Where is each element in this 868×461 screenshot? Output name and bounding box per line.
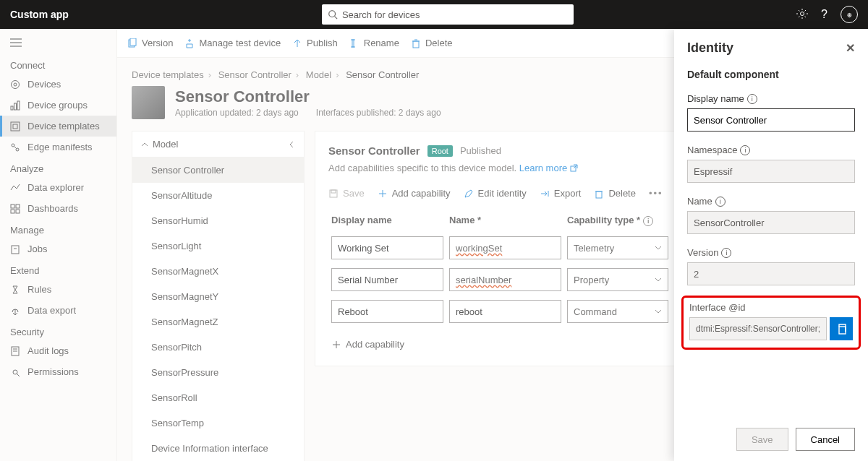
svg-point-13 bbox=[12, 144, 14, 147]
mtree-item[interactable]: SensorHumid bbox=[132, 208, 304, 233]
chevron-down-icon bbox=[655, 308, 662, 315]
template-thumbnail bbox=[132, 86, 165, 119]
mtree-item[interactable]: SensorAltitude bbox=[132, 183, 304, 208]
nav-section-analyze: Analyze bbox=[0, 158, 116, 177]
hamburger-icon[interactable] bbox=[0, 33, 116, 54]
version-button[interactable]: Version bbox=[127, 38, 173, 48]
publish-button[interactable]: Publish bbox=[292, 38, 338, 48]
delete-capability-button[interactable]: Delete bbox=[594, 188, 636, 199]
page-title: Sensor Controller bbox=[175, 87, 459, 106]
detail-title: Sensor Controller bbox=[328, 145, 420, 157]
rename-button[interactable]: Rename bbox=[349, 38, 399, 48]
mtree-item[interactable]: SensorLight bbox=[132, 233, 304, 259]
learn-more-link[interactable]: Learn more bbox=[519, 163, 578, 173]
published-status: Published bbox=[460, 145, 501, 156]
col-display-name: Display name bbox=[331, 215, 443, 226]
svg-rect-17 bbox=[16, 204, 20, 208]
nav-item-jobs[interactable]: Jobs bbox=[0, 238, 116, 259]
info-icon[interactable]: i bbox=[643, 216, 653, 226]
chevron-left-icon bbox=[288, 141, 295, 148]
svg-rect-12 bbox=[13, 124, 17, 129]
display-name-input[interactable] bbox=[331, 268, 443, 291]
svg-rect-19 bbox=[16, 210, 20, 213]
help-icon[interactable]: ? bbox=[821, 8, 827, 21]
app-name: Custom app bbox=[10, 9, 69, 20]
cancel-button[interactable]: Cancel bbox=[796, 428, 855, 451]
nav-section-manage: Manage bbox=[0, 219, 116, 238]
close-icon[interactable]: ✕ bbox=[846, 41, 855, 55]
svg-rect-10 bbox=[17, 101, 20, 110]
col-capability-type: Capability type *i bbox=[567, 215, 668, 226]
info-icon[interactable]: i bbox=[715, 197, 726, 207]
svg-rect-20 bbox=[12, 246, 19, 254]
mtree-item[interactable]: SensorPressure bbox=[132, 360, 304, 385]
nav-item-device-templates[interactable]: Device templates bbox=[0, 116, 116, 137]
display-name-input[interactable] bbox=[331, 236, 443, 259]
nav-item-devices[interactable]: Devices bbox=[0, 74, 116, 95]
nav-item-data-explorer[interactable]: Data explorer bbox=[0, 177, 116, 198]
info-icon[interactable]: i bbox=[721, 248, 731, 258]
save-button: Save bbox=[736, 428, 788, 451]
nav-item-rules[interactable]: Rules bbox=[0, 279, 116, 300]
copy-icon bbox=[836, 324, 847, 335]
mtree-item[interactable]: SensorRoll bbox=[132, 385, 304, 410]
mtree-item[interactable]: Device Information interface bbox=[132, 436, 304, 461]
breadcrumb-sensor-controller[interactable]: Sensor Controller bbox=[218, 69, 292, 80]
edit-identity-button[interactable]: Edit identity bbox=[464, 188, 527, 199]
manage-test-device-button[interactable]: Manage test device bbox=[184, 38, 281, 48]
mtree-item[interactable]: SensorMagnetX bbox=[132, 259, 304, 284]
chevron-up-icon bbox=[141, 141, 148, 148]
svg-rect-34 bbox=[413, 41, 419, 48]
svg-line-15 bbox=[14, 146, 17, 148]
add-capability-button[interactable]: Add capability bbox=[378, 188, 451, 199]
mtree-item[interactable]: SensorPitch bbox=[132, 335, 304, 360]
mtree-item[interactable]: SensorMagnetY bbox=[132, 284, 304, 309]
name-label: Namei bbox=[687, 196, 855, 207]
nav-section-connect: Connect bbox=[0, 54, 116, 74]
panel-subtitle: Default component bbox=[687, 69, 855, 80]
svg-point-7 bbox=[14, 83, 17, 86]
capability-type-select[interactable]: Telemetry bbox=[567, 236, 668, 259]
mtree-item[interactable]: SensorTemp bbox=[132, 410, 304, 436]
model-tree: Model Sensor Controller SensorAltitude S… bbox=[132, 131, 305, 461]
export-button[interactable]: Export bbox=[540, 188, 582, 199]
search-placeholder: Search for devices bbox=[342, 9, 420, 20]
nav-item-device-groups[interactable]: Device groups bbox=[0, 95, 116, 116]
mtree-item-sensor-controller[interactable]: Sensor Controller bbox=[132, 158, 304, 183]
version-label: Versioni bbox=[687, 247, 855, 258]
avatar[interactable]: ⎈ bbox=[841, 6, 858, 23]
capability-type-select[interactable]: Command bbox=[567, 300, 668, 323]
svg-rect-45 bbox=[596, 191, 602, 198]
top-right-icons: ? ⎈ bbox=[796, 6, 858, 23]
nav-item-audit-logs[interactable]: Audit logs bbox=[0, 340, 116, 361]
nav-item-permissions[interactable]: Permissions bbox=[0, 361, 116, 382]
nav-item-edge-manifests[interactable]: Edge manifests bbox=[0, 137, 116, 158]
breadcrumb-device-templates[interactable]: Device templates bbox=[132, 69, 204, 80]
mtree-item[interactable]: SensorMagnetZ bbox=[132, 309, 304, 335]
meta-updated: Application updated: 2 days ago bbox=[175, 108, 299, 118]
svg-rect-11 bbox=[11, 122, 20, 131]
version-field bbox=[687, 262, 855, 285]
display-name-input[interactable] bbox=[331, 300, 443, 323]
more-button[interactable]: ••• bbox=[649, 188, 663, 199]
display-name-field[interactable] bbox=[687, 108, 855, 132]
name-field bbox=[687, 211, 855, 234]
delete-button[interactable]: Delete bbox=[411, 38, 453, 48]
model-tree-header[interactable]: Model bbox=[132, 132, 304, 158]
search-input[interactable]: Search for devices bbox=[322, 4, 574, 25]
name-input[interactable]: workingSet bbox=[449, 236, 561, 259]
info-icon[interactable]: i bbox=[747, 94, 757, 104]
namespace-label: Namespacei bbox=[687, 145, 855, 155]
nav-item-data-export[interactable]: Data export bbox=[0, 300, 116, 321]
breadcrumb-model[interactable]: Model bbox=[306, 69, 331, 80]
panel-footer: Save Cancel bbox=[674, 417, 868, 461]
namespace-field bbox=[687, 160, 855, 183]
info-icon[interactable]: i bbox=[740, 145, 750, 155]
name-input[interactable] bbox=[449, 300, 561, 323]
copy-button[interactable] bbox=[830, 317, 853, 340]
name-input[interactable]: serialNumber bbox=[449, 268, 561, 291]
gear-icon[interactable] bbox=[796, 8, 808, 22]
meta-published: Interfaces published: 2 days ago bbox=[316, 108, 441, 118]
capability-type-select[interactable]: Property bbox=[567, 268, 668, 291]
nav-item-dashboards[interactable]: Dashboards bbox=[0, 198, 116, 219]
